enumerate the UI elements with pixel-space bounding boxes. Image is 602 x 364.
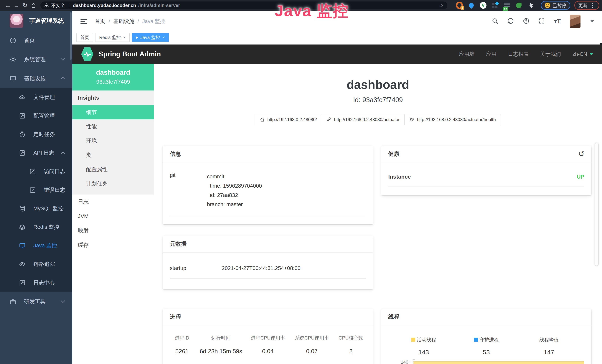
threads-area-series xyxy=(413,361,584,364)
y-tick-140: 140 xyxy=(386,360,408,364)
sba-item-config-props[interactable]: 配置属性 xyxy=(72,162,154,177)
sidebar-item-mysql[interactable]: MySQL 监控 xyxy=(0,199,72,218)
info-git-value: commit: time: 1596289704000 id: 27aa832 … xyxy=(207,172,262,209)
close-icon[interactable]: × xyxy=(123,35,126,40)
health-instance-label[interactable]: Instance xyxy=(388,173,411,180)
sidebar-item-system[interactable]: 系统管理 xyxy=(0,50,72,69)
sba-nav-journal[interactable]: 日志报表 xyxy=(508,51,529,58)
sidebar-item-tracing[interactable]: 链路追踪 xyxy=(0,255,72,274)
info-git-label: git xyxy=(170,172,207,209)
emoji-face-icon xyxy=(545,3,550,8)
log-icon xyxy=(29,187,36,193)
process-col-uptime: 运行时间 xyxy=(196,335,246,341)
sba-item-environment[interactable]: 环境 xyxy=(72,134,154,148)
sba-nav-links: 应用墙 应用 日志报表 关于我们 zh-CN xyxy=(459,51,593,58)
breadcrumb-home[interactable]: 首页 xyxy=(95,18,105,25)
ext-icon-orange[interactable]: 1 xyxy=(456,2,463,9)
sba-item-caches[interactable]: 缓存 xyxy=(72,238,154,252)
sidebar-item-redis[interactable]: Redis 监控 xyxy=(0,218,72,236)
font-size-icon[interactable]: тT xyxy=(554,18,561,25)
process-cores-value: 2 xyxy=(334,348,368,355)
sba-brand[interactable]: Spring Boot Admin xyxy=(99,50,161,58)
ext-icon-switch[interactable]: on xyxy=(503,2,510,9)
sba-item-jvm[interactable]: JVM xyxy=(72,209,154,224)
sidebar-item-config[interactable]: 配置管理 xyxy=(0,107,72,125)
paused-badge[interactable]: 已暂停 xyxy=(541,1,570,10)
health-url-chip[interactable]: http://192.168.0.2:48080/actuator/health xyxy=(404,114,501,125)
sba-item-logs[interactable]: 日志 xyxy=(72,194,154,209)
address-bar[interactable]: 不安全 | dashboard.yudao.iocoder.cn/infra/a… xyxy=(40,1,447,9)
sidebar-item-jobs[interactable]: 定时任务 xyxy=(0,125,72,144)
app-sidebar: 芋道管理系统 首页 系统管理 基础设施 文件管理 配置管理 xyxy=(0,11,72,364)
sba-insights-group: Insights 细节 性能 环境 类 配置属性 计划任务 xyxy=(72,90,154,194)
process-sys-cpu-value: 0.07 xyxy=(290,348,334,355)
sba-item-mappings[interactable]: 映射 xyxy=(72,224,154,238)
fullscreen-icon[interactable] xyxy=(538,18,545,25)
help-icon[interactable] xyxy=(523,18,529,25)
back-icon[interactable]: ← xyxy=(4,1,12,10)
close-icon[interactable]: × xyxy=(162,35,165,40)
peak-threads-value: 147 xyxy=(544,349,554,356)
url-path: /infra/admin-server xyxy=(138,3,180,8)
active-dot-icon xyxy=(136,37,138,39)
breadcrumb-infra[interactable]: 基础设施 xyxy=(113,18,134,25)
sba-item-metrics[interactable]: 性能 xyxy=(72,119,154,134)
sidebar-item-access-log[interactable]: 访问日志 xyxy=(0,162,72,181)
github-icon[interactable] xyxy=(507,18,514,25)
history-icon[interactable]: ↺ xyxy=(578,150,584,158)
chevron-down-icon xyxy=(61,56,65,61)
sidebar-collapse-icon[interactable] xyxy=(80,19,87,24)
app-logo-block[interactable]: 芋道管理系统 xyxy=(0,11,72,31)
instance-urls: http://192.168.0.2:48080/ http://192.168… xyxy=(154,114,602,125)
sidebar-item-error-log[interactable]: 错误日志 xyxy=(0,181,72,199)
update-button[interactable]: 更新 ⋮ xyxy=(574,1,599,10)
sidebar-item-infra[interactable]: 基础设施 xyxy=(0,69,72,88)
reload-icon[interactable]: ↻ xyxy=(21,1,29,10)
sidebar-item-home[interactable]: 首页 xyxy=(0,31,72,50)
bookmark-star-icon[interactable]: ☆ xyxy=(439,2,444,9)
sba-app-id: 93a3fc7f7409 xyxy=(74,79,152,85)
avatar-caret-icon[interactable] xyxy=(591,20,594,22)
browser-home-icon[interactable] xyxy=(29,1,38,10)
process-pid-value: 5261 xyxy=(168,348,196,355)
forward-icon[interactable]: → xyxy=(12,1,21,10)
ext-icon-leaf[interactable] xyxy=(515,2,522,9)
tab-home[interactable]: 首页 xyxy=(76,33,93,42)
stat-daemon-threads: 守护进程 53 xyxy=(455,337,518,356)
sidebar-item-devtools[interactable]: 研发工具 xyxy=(0,292,72,311)
ext-icon-v[interactable]: V xyxy=(480,2,487,9)
service-url-chip[interactable]: http://192.168.0.2:48080/ xyxy=(255,114,322,125)
sba-language-select[interactable]: zh-CN xyxy=(572,51,593,57)
process-card-title: 进程 xyxy=(170,313,181,321)
sba-item-details[interactable]: 细节 xyxy=(72,105,154,119)
search-icon[interactable] xyxy=(492,18,498,25)
sidebar-item-java-monitor[interactable]: Java 监控 xyxy=(0,236,72,255)
on-badge: on xyxy=(503,7,508,11)
tab-redis-monitor[interactable]: Redis 监控 × xyxy=(95,33,129,42)
tab-java-monitor[interactable]: Java 监控 × xyxy=(132,33,169,42)
ext-icon-grid[interactable] xyxy=(492,2,499,9)
home-icon xyxy=(260,117,265,122)
sba-item-classes[interactable]: 类 xyxy=(72,148,154,162)
annotation-java-monitor: Java 监控 xyxy=(275,0,349,21)
sba-nav-applications[interactable]: 应用 xyxy=(486,51,496,58)
security-label[interactable]: 不安全 xyxy=(51,2,65,9)
page-scrollbar-thumb[interactable] xyxy=(595,143,599,266)
chevron-up-icon xyxy=(61,151,65,156)
divider xyxy=(388,187,584,187)
spring-boot-admin-logo[interactable] xyxy=(81,47,93,61)
sidebar-item-files[interactable]: 文件管理 xyxy=(0,88,72,107)
browser-menu-icon[interactable]: ⋮ xyxy=(590,2,595,9)
sba-nav-about[interactable]: 关于我们 xyxy=(540,51,561,58)
sba-item-scheduled-tasks[interactable]: 计划任务 xyxy=(72,177,154,191)
sidebar-scrollbar[interactable] xyxy=(70,12,72,60)
actuator-url-chip[interactable]: http://192.168.0.2:48080/actuator xyxy=(322,114,405,125)
user-avatar[interactable] xyxy=(570,15,580,28)
screen: ← → ↻ 不安全 | dashboard.yudao.iocoder.cn/i… xyxy=(0,0,602,364)
sidebar-item-log-center[interactable]: 日志中心 xyxy=(0,274,72,292)
sba-nav-wallboard[interactable]: 应用墙 xyxy=(459,51,475,58)
extensions-puzzle-icon[interactable] xyxy=(527,2,534,9)
sba-app-block[interactable]: dashboard 93a3fc7f7409 xyxy=(72,64,154,90)
sidebar-item-api-log[interactable]: API 日志 xyxy=(0,144,72,162)
ext-icon-pin[interactable] xyxy=(468,2,475,9)
